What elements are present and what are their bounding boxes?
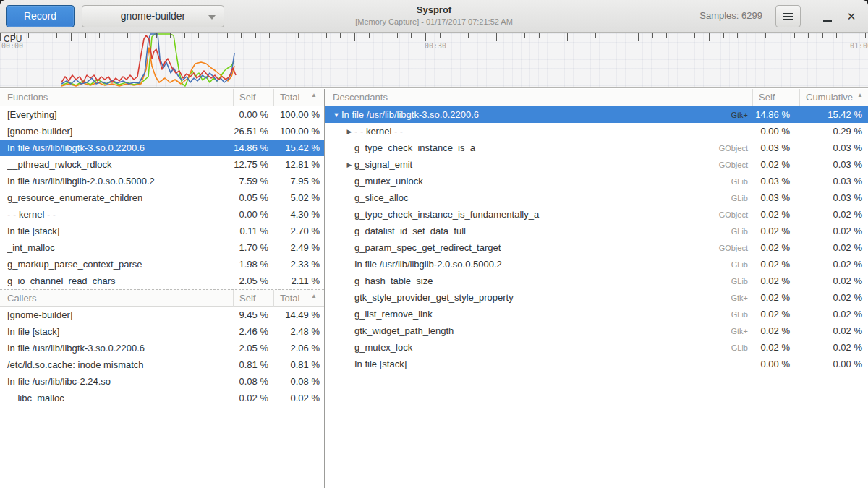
self-column-header[interactable]: Self [233, 89, 273, 106]
cumulative-percent: 0.00 % [799, 359, 868, 369]
self-percent: 0.00 % [233, 109, 273, 120]
table-row[interactable]: g_type_check_instance_is_fundamentally_a… [326, 206, 868, 223]
self-percent: 0.02 % [752, 242, 799, 253]
descendants-table-header: Descendants Self Cumulative▲ [326, 89, 868, 106]
table-row[interactable]: In file /usr/lib/libglib-2.0.so.0.5000.2… [326, 256, 868, 273]
self-percent: 0.03 % [752, 176, 799, 187]
table-row[interactable]: gtk_widget_path_lengthGtk+0.02 %0.02 % [326, 322, 868, 339]
function-name: /etc/ld.so.cache: inode mismatch [0, 359, 233, 370]
table-row[interactable]: g_slice_allocGLib0.03 %0.03 % [326, 189, 868, 206]
functions-table-header: Functions Self Total▲ [0, 89, 324, 106]
ruler-tick [284, 33, 284, 41]
table-row[interactable]: g_mutex_unlockGLib0.03 %0.03 % [326, 173, 868, 189]
table-row[interactable]: g_datalist_id_set_data_fullGLib0.02 %0.0… [326, 223, 868, 239]
table-row[interactable]: [gnome-builder]9.45 %14.49 % [0, 307, 324, 323]
record-button[interactable]: Record [6, 5, 75, 27]
functions-pane: Functions Self Total▲ [Everything]0.00 %… [0, 89, 324, 488]
table-row[interactable]: - - kernel - -0.00 %4.30 % [0, 206, 324, 223]
total-column-header[interactable]: Total▲ [273, 290, 324, 307]
ruler-tick [454, 33, 454, 38]
table-row[interactable]: In file [stack]2.46 %2.48 % [0, 323, 324, 340]
self-percent: 0.00 % [233, 209, 273, 220]
total-percent: 7.95 % [273, 176, 324, 187]
library-badge: Gtk+ [731, 327, 752, 335]
ruler-tick [127, 33, 128, 38]
table-row[interactable]: g_hash_table_sizeGLib0.02 %0.02 % [326, 273, 868, 289]
table-row[interactable]: g_io_channel_read_chars2.05 %2.11 % [0, 273, 324, 289]
cumulative-percent: 0.02 % [799, 292, 868, 303]
table-row[interactable]: [gnome-builder]26.51 %100.00 % [0, 123, 324, 140]
table-row[interactable]: ▼In file /usr/lib/libgtk-3.so.0.2200.6Gt… [326, 106, 868, 123]
total-percent: 0.81 % [273, 359, 324, 370]
functions-column-header[interactable]: Functions [7, 92, 48, 103]
self-column-header[interactable]: Self [752, 89, 799, 106]
table-row[interactable]: g_resource_enumerate_children0.05 %5.02 … [0, 189, 324, 206]
self-percent: 2.46 % [233, 326, 273, 337]
app-title: Sysprof [217, 4, 651, 17]
callers-column-header[interactable]: Callers [7, 293, 36, 304]
minimize-button[interactable] [818, 5, 837, 27]
self-percent: 9.45 % [233, 309, 273, 320]
library-badge: Gtk+ [731, 294, 752, 302]
menu-button[interactable] [775, 5, 801, 27]
self-column-header[interactable]: Self [233, 290, 273, 307]
ruler-tick [681, 33, 681, 38]
ruler-tick [511, 33, 511, 38]
cumulative-percent: 0.02 % [799, 309, 868, 320]
cumulative-percent: 0.02 % [799, 209, 868, 220]
table-row[interactable]: ▶- - kernel - -0.00 %0.29 % [326, 123, 868, 140]
self-percent: 12.75 % [233, 159, 273, 170]
self-percent: 0.02 % [752, 342, 799, 353]
cumulative-percent: 0.03 % [799, 159, 868, 170]
ruler-tick [794, 33, 795, 38]
ruler-tick [0, 33, 1, 41]
table-row[interactable]: In file /usr/lib/libc-2.24.so0.08 %0.08 … [0, 373, 324, 390]
function-name: _int_malloc [0, 242, 233, 253]
table-row[interactable]: ▶g_signal_emitGObject0.02 %0.03 % [326, 156, 868, 173]
function-name: g_type_check_instance_is_fundamentally_a [354, 209, 719, 220]
cumulative-column-header[interactable]: Cumulative▲ [799, 89, 868, 106]
table-row[interactable]: g_list_remove_linkGLib0.02 %0.02 % [326, 306, 868, 322]
ruler-tick [425, 33, 426, 41]
table-row[interactable]: g_type_check_instance_is_aGObject0.03 %0… [326, 140, 868, 156]
function-name: In file /usr/lib/libgtk-3.so.0.2200.6 [0, 343, 233, 354]
table-row[interactable]: _int_malloc1.70 %2.49 % [0, 239, 324, 256]
ruler-tick [723, 33, 724, 38]
table-row[interactable]: __libc_malloc0.02 %0.02 % [0, 390, 324, 406]
ruler-tick [312, 33, 312, 38]
function-name: - - kernel - - [0, 209, 233, 220]
expander-expand-icon[interactable]: ▶ [344, 161, 354, 168]
time-label: 00:00 [1, 42, 23, 50]
table-row[interactable]: In file /usr/lib/libglib-2.0.so.0.5000.2… [0, 173, 324, 189]
function-name: - - kernel - - [354, 126, 748, 137]
total-percent: 2.49 % [273, 242, 324, 253]
ruler-tick [71, 33, 72, 41]
total-percent: 5.02 % [273, 192, 324, 203]
process-selector-dropdown[interactable]: gnome-builder [82, 5, 224, 27]
close-button[interactable]: ✕ [841, 5, 862, 27]
table-row[interactable]: g_param_spec_get_redirect_targetGObject0… [326, 239, 868, 256]
self-percent: 0.02 % [752, 159, 799, 170]
self-percent: 7.59 % [233, 176, 273, 187]
cpu-graph[interactable]: CPU 00:0000:3001:00 [0, 33, 868, 88]
expander-expand-icon[interactable]: ▶ [344, 128, 354, 135]
table-row[interactable]: In file [stack]0.00 %0.00 % [326, 356, 868, 372]
table-row[interactable]: gtk_style_provider_get_style_propertyGtk… [326, 289, 868, 306]
table-row[interactable]: In file /usr/lib/libgtk-3.so.0.2200.614.… [0, 140, 324, 156]
ruler-tick [340, 33, 341, 38]
library-badge: GObject [719, 244, 752, 252]
table-row[interactable]: In file /usr/lib/libgtk-3.so.0.2200.62.0… [0, 340, 324, 356]
self-percent: 0.81 % [233, 359, 273, 370]
table-row[interactable]: [Everything]0.00 %100.00 % [0, 106, 324, 123]
table-row[interactable]: In file [stack]0.11 %2.70 % [0, 223, 324, 239]
total-column-header[interactable]: Total▲ [273, 89, 324, 106]
table-row[interactable]: /etc/ld.so.cache: inode mismatch0.81 %0.… [0, 356, 324, 373]
table-row[interactable]: g_markup_parse_context_parse1.98 %2.33 % [0, 256, 324, 273]
table-row[interactable]: g_mutex_lockGLib0.02 %0.02 % [326, 339, 868, 356]
expander-collapse-icon[interactable]: ▼ [331, 111, 341, 119]
ruler-tick [440, 33, 441, 38]
ruler-tick [383, 33, 383, 38]
table-row[interactable]: __pthread_rwlock_rdlock12.75 %12.81 % [0, 156, 324, 173]
descendants-column-header[interactable]: Descendants [333, 92, 388, 103]
cumulative-percent: 0.02 % [799, 325, 868, 336]
